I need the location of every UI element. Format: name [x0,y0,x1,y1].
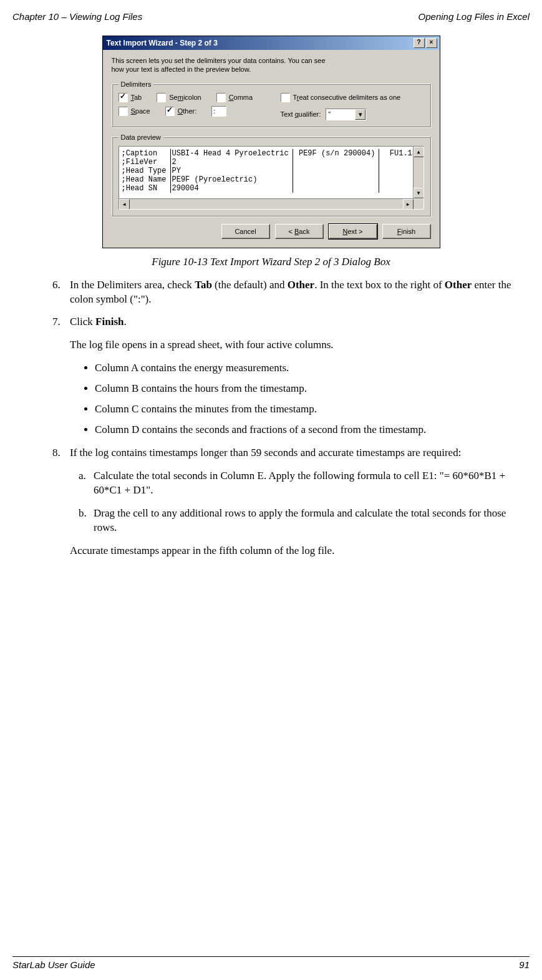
scroll-left-icon[interactable]: ◂ [119,199,130,210]
space-checkbox[interactable]: Space [119,107,150,116]
delimiter-right-col: Treat consecutive delimiters as one Text… [281,93,424,120]
vertical-scrollbar[interactable]: ▴ ▾ [413,147,423,198]
column-a-desc: Column A contains the energy measurement… [95,361,520,376]
consecutive-checkbox[interactable]: Treat consecutive delimiters as one [281,93,424,102]
header-right: Opening Log Files in Excel [419,11,530,22]
substep-letter: b. [79,507,87,521]
figure-caption: Figure 10-13 Text Import Wizard Step 2 o… [12,256,530,268]
page-footer: StarLab User Guide 91 [12,956,530,970]
text-import-wizard-dialog: Text Import Wizard - Step 2 of 3 ? × Thi… [102,36,440,248]
step-number: 8. [52,446,60,460]
titlebar-buttons: ? × [414,38,437,48]
step-8: 8. If the log contains timestamps longer… [52,446,520,558]
intro-line1: This screen lets you set the delimiters … [112,57,326,64]
data-preview-legend: Data preview [119,133,163,141]
intro-line2: how your text is affected in the preview… [112,65,251,73]
data-preview-box: ;Caption ;FileVer ;Head Type ;Head Name … [119,146,424,210]
step-6: 6. In the Delimiters area, check Tab (th… [52,278,520,307]
checkbox-icon [119,93,128,102]
scrollbar-corner [414,199,423,209]
horizontal-scrollbar[interactable]: ◂ ▸ [119,198,414,209]
substep-b: b. Drag the cell to any additional rows … [79,507,520,535]
scroll-right-icon[interactable]: ▸ [403,199,414,210]
cancel-button-label: Cancel [235,228,256,235]
preview-col-3: PE9F (s/n 290004) [293,149,380,193]
dialog-title: Text Import Wizard - Step 2 of 3 [107,39,218,47]
scroll-down-icon[interactable]: ▾ [414,188,424,198]
checkbox-icon [165,107,175,116]
dialog-figure: Text Import Wizard - Step 2 of 3 ? × Thi… [12,36,530,248]
dialog-button-row: Cancel < Back Next > Finish [112,224,431,239]
text-qualifier-value: " [328,110,331,118]
chevron-down-icon: ▾ [355,109,365,120]
footer-left: StarLab User Guide [12,959,95,970]
other-checkbox[interactable]: Other: [165,107,197,116]
help-button[interactable]: ? [414,38,425,48]
data-preview-fieldset: Data preview ;Caption ;FileVer ;Head Typ… [112,133,431,216]
substep-list: a. Calculate the total seconds in Column… [70,469,520,535]
step-7: 7. Click Finish. The log file opens in a… [52,315,520,437]
text-qualifier-row: Text qualifier: " ▾ [281,109,424,120]
delimiters-fieldset: Delimiters Tab Semicolon Comma Space Oth… [112,80,431,127]
delimiter-row-1: Tab Semicolon Comma [119,93,274,102]
step-number: 7. [52,315,60,329]
step-7-followup: The log file opens in a spread sheet, wi… [70,338,520,352]
semicolon-checkbox[interactable]: Semicolon [157,93,201,102]
substep-a-text: Calculate the total seconds in Column E.… [94,470,505,496]
preview-grid: ;Caption ;FileVer ;Head Type ;Head Name … [119,147,423,193]
close-button[interactable]: × [426,38,437,48]
finish-button[interactable]: Finish [382,224,431,239]
substep-a: a. Calculate the total seconds in Column… [79,469,520,498]
step-list: 6. In the Delimiters area, check Tab (th… [52,278,520,558]
cancel-button[interactable]: Cancel [221,224,270,239]
text-qualifier-label: Text qualifier: [281,110,321,118]
substep-letter: a. [79,469,86,483]
substep-b-text: Drag the cell to any additional rows to … [94,507,506,533]
next-button[interactable]: Next > [329,224,377,239]
dialog-body: This screen lets you set the delimiters … [103,50,440,248]
column-list: Column A contains the energy measurement… [70,361,520,437]
footer-page-number: 91 [519,959,530,970]
back-button-label: < Back [289,228,310,235]
scroll-up-icon[interactable]: ▴ [414,147,424,157]
step-8-text: If the log contains timestamps longer th… [70,447,461,458]
checkbox-icon [281,93,290,102]
next-button-label: Next > [342,228,362,235]
checkbox-icon [216,93,226,102]
comma-checkbox[interactable]: Comma [216,93,253,102]
body-content: 6. In the Delimiters area, check Tab (th… [12,278,530,558]
preview-col-2: USBI-4 Head 4 Pyroelectric 2 PY PE9F (Py… [171,149,293,193]
preview-col-1: ;Caption ;FileVer ;Head Type ;Head Name … [120,149,171,193]
checkbox-icon [157,93,166,102]
step-7-text: Click Finish. [70,316,127,327]
header-left: Chapter 10 – Viewing Log Files [12,11,142,22]
delimiter-row-2: Space Other: : [119,106,274,117]
column-d-desc: Column D contains the seconds and fracti… [95,423,520,437]
column-b-desc: Column B contains the hours from the tim… [95,382,520,396]
finish-button-label: Finish [397,228,415,235]
tab-checkbox[interactable]: Tab [119,93,142,102]
other-delimiter-input[interactable]: : [211,106,226,117]
dialog-intro: This screen lets you set the delimiters … [112,56,431,74]
text-qualifier-select[interactable]: " ▾ [326,109,366,120]
column-c-desc: Column C contains the minutes from the t… [95,402,520,417]
page-header: Chapter 10 – Viewing Log Files Opening L… [12,11,530,22]
delimiters-legend: Delimiters [119,80,154,88]
step-number: 6. [52,278,60,293]
back-button[interactable]: < Back [275,224,324,239]
page: Chapter 10 – Viewing Log Files Opening L… [0,0,542,980]
step-6-text: In the Delimiters area, check Tab (the d… [70,279,511,305]
checkbox-icon [119,107,128,116]
dialog-titlebar: Text Import Wizard - Step 2 of 3 ? × [103,36,440,50]
step-8-followup: Accurate timestamps appear in the fifth … [70,544,520,558]
